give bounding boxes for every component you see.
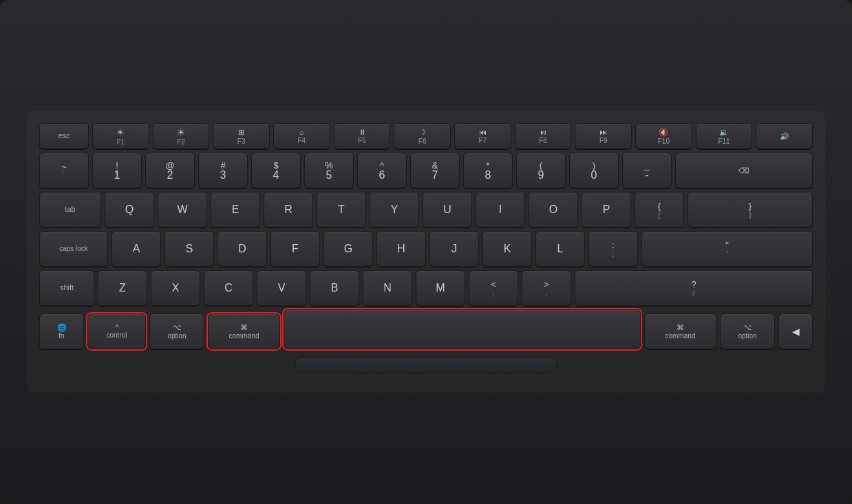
key-4[interactable]: $ 4	[251, 153, 301, 188]
key-f6[interactable]: ☽ F6	[394, 123, 451, 149]
key-esc[interactable]: esc	[39, 123, 89, 149]
key-control[interactable]: ^ control	[87, 314, 146, 349]
key-a[interactable]: A	[111, 231, 161, 267]
key-tab[interactable]: tab	[39, 192, 101, 228]
key-f10[interactable]: 🔇 F10	[635, 123, 692, 149]
key-e[interactable]: E	[211, 192, 260, 228]
key-capslock[interactable]: caps lock	[39, 231, 108, 267]
key-arrow-left[interactable]: ◀	[778, 314, 813, 349]
key-j[interactable]: J	[429, 231, 479, 267]
key-bracket-open[interactable]: { [	[635, 192, 684, 228]
key-f11[interactable]: 🔉 F11	[696, 123, 753, 149]
key-9[interactable]: ( 9	[516, 153, 566, 188]
key-5[interactable]: % 5	[304, 153, 354, 188]
key-c[interactable]: C	[204, 270, 253, 306]
key-backtick[interactable]: ~ `	[39, 153, 89, 188]
asdf-row: caps lock A S D F G H J K L : ; " '	[39, 231, 813, 267]
key-p[interactable]: P	[582, 192, 631, 228]
key-g[interactable]: G	[323, 231, 373, 267]
key-bracket-close[interactable]: } ]	[688, 192, 813, 228]
key-command-right[interactable]: ⌘ command	[644, 314, 716, 349]
key-m[interactable]: M	[416, 270, 465, 306]
key-n[interactable]: N	[363, 270, 412, 306]
key-f9[interactable]: ⏭ F9	[575, 123, 632, 149]
key-y[interactable]: Y	[370, 192, 419, 228]
key-f4[interactable]: ⌕ F4	[273, 123, 330, 149]
key-w[interactable]: W	[158, 192, 207, 228]
key-k[interactable]: K	[482, 231, 532, 267]
key-backspace[interactable]: ⌫	[675, 153, 813, 188]
key-f7[interactable]: ⏮ F7	[454, 123, 511, 149]
key-6[interactable]: ^ 6	[357, 153, 407, 188]
key-minus[interactable]: _ -	[622, 153, 672, 188]
key-f3[interactable]: ⊞ F3	[213, 123, 270, 149]
key-f8[interactable]: ⏯ F8	[515, 123, 572, 149]
keyboard-area: esc ☀ F1 ☀ F2 ⊞ F3 ⌕ F4 ⏸ F5	[27, 111, 825, 393]
fn-row: esc ☀ F1 ☀ F2 ⊞ F3 ⌕ F4 ⏸ F5	[39, 123, 813, 149]
key-s[interactable]: S	[164, 231, 214, 267]
key-comma[interactable]: < ,	[469, 270, 518, 306]
number-row: ~ ` ! 1 @ 2 # 3 $ 4 % 5	[39, 153, 813, 188]
key-1[interactable]: ! 1	[92, 153, 142, 188]
key-fn[interactable]: 🌐 fn	[39, 314, 84, 349]
key-z[interactable]: Z	[98, 270, 147, 306]
key-8[interactable]: * 8	[463, 153, 513, 188]
key-h[interactable]: H	[376, 231, 426, 267]
key-f12[interactable]: 🔊	[756, 123, 813, 149]
key-command-left[interactable]: ⌘ command	[208, 314, 280, 349]
key-u[interactable]: U	[423, 192, 472, 228]
key-7[interactable]: & 7	[410, 153, 460, 188]
trackpad-area	[39, 358, 813, 373]
key-quote[interactable]: " '	[641, 231, 813, 267]
key-option-right[interactable]: ⌥ option	[720, 314, 775, 349]
laptop-frame: esc ☀ F1 ☀ F2 ⊞ F3 ⌕ F4 ⏸ F5	[0, 0, 852, 504]
key-slash[interactable]: ? /	[575, 270, 813, 306]
key-f2[interactable]: ☀ F2	[153, 123, 210, 149]
key-q[interactable]: Q	[105, 192, 154, 228]
zxcv-row: shift Z X C V B N M < , > . ? /	[39, 270, 813, 306]
key-option-left[interactable]: ⌥ option	[149, 314, 204, 349]
key-2[interactable]: @ 2	[145, 153, 195, 188]
key-l[interactable]: L	[535, 231, 585, 267]
key-f[interactable]: F	[270, 231, 320, 267]
key-t[interactable]: T	[317, 192, 366, 228]
key-period[interactable]: > .	[522, 270, 571, 306]
key-o[interactable]: O	[529, 192, 578, 228]
key-v[interactable]: V	[257, 270, 306, 306]
key-3[interactable]: # 3	[198, 153, 248, 188]
key-r[interactable]: R	[264, 192, 313, 228]
key-i[interactable]: I	[476, 192, 525, 228]
key-spacebar[interactable]	[284, 309, 641, 349]
key-shift-left[interactable]: shift	[39, 270, 94, 306]
key-semicolon[interactable]: : ;	[588, 231, 638, 267]
bottom-row: 🌐 fn ^ control ⌥ option ⌘ command ⌘ comm…	[39, 309, 813, 349]
key-f5[interactable]: ⏸ F5	[334, 123, 391, 149]
key-d[interactable]: D	[217, 231, 267, 267]
qwerty-row: tab Q W E R T Y U I O P { [ } ]	[39, 192, 813, 228]
trackpad[interactable]	[295, 358, 557, 373]
key-0[interactable]: ) 0	[569, 153, 619, 188]
key-f1[interactable]: ☀ F1	[92, 123, 149, 149]
key-x[interactable]: X	[151, 270, 200, 306]
key-b[interactable]: B	[310, 270, 359, 306]
